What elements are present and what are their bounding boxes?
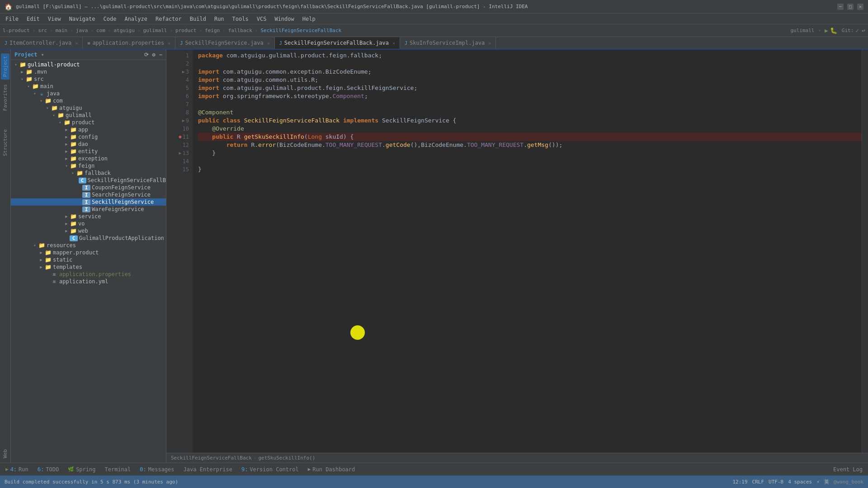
tab-close-icon[interactable]: ✕: [392, 41, 395, 46]
cursor-position[interactable]: 12:19: [732, 479, 747, 485]
bottom-terminal-tab[interactable]: Terminal: [102, 465, 133, 474]
project-dropdown[interactable]: ▾: [41, 52, 44, 58]
git-undo-icon[interactable]: ↩: [862, 27, 865, 34]
tree-entity[interactable]: ▶ 📁 entity: [11, 148, 166, 155]
bc-com[interactable]: com: [96, 28, 105, 33]
fold-marker-13[interactable]: ▶: [179, 149, 182, 157]
menu-navigate[interactable]: Navigate: [66, 15, 99, 23]
bottom-spring-tab[interactable]: 🌿 Spring: [65, 465, 98, 474]
bc-gulimall[interactable]: gulimall: [143, 28, 167, 33]
vtab-structure[interactable]: Structure: [1, 127, 9, 159]
tree-vo[interactable]: ▶ 📁 vo: [11, 220, 166, 227]
tree-static[interactable]: ▶ 📁 static: [11, 256, 166, 263]
bc-product[interactable]: product: [175, 28, 196, 33]
menu-vcs[interactable]: VCS: [253, 15, 270, 23]
code-editor[interactable]: package com.atguigu.gulimall.product.fei…: [193, 50, 862, 453]
bc-fallback[interactable]: fallback: [228, 28, 252, 33]
maximize-button[interactable]: □: [847, 4, 854, 10]
menu-view[interactable]: View: [44, 15, 65, 23]
bottom-rundashboard-tab[interactable]: ▶ Run Dashboard: [305, 465, 358, 474]
tree-mvn[interactable]: ▶ 📁 .mvn: [11, 68, 166, 75]
debug-button[interactable]: 🐛: [830, 27, 837, 34]
menu-analyze[interactable]: Analyze: [121, 15, 151, 23]
tree-seckillfeign-selected[interactable]: I SeckillFeignService: [11, 198, 166, 206]
git-check-icon[interactable]: ✓: [855, 27, 859, 34]
menu-tools[interactable]: Tools: [229, 15, 252, 23]
bc-src[interactable]: src: [38, 28, 47, 33]
menu-run[interactable]: Run: [211, 15, 228, 23]
tab-seckillfeign[interactable]: J SeckillFeignService.java ✕: [175, 37, 274, 49]
tree-src[interactable]: ▾ 📁 src: [11, 75, 166, 83]
tree-web[interactable]: ▶ 📁 web: [11, 227, 166, 235]
tab-seckillfalback[interactable]: J SeckillFeignServiceFallBack.java ✕: [275, 37, 400, 49]
tab-close-icon[interactable]: ✕: [75, 41, 78, 46]
tree-mapper-product[interactable]: ▶ 📁 mapper.product: [11, 249, 166, 256]
charset[interactable]: UTF-8: [769, 479, 783, 485]
tab-skuinfoserviceimpl[interactable]: J SkuInfoServiceImpl.java ✕: [400, 37, 496, 49]
project-settings-icon[interactable]: ⚙: [152, 52, 156, 58]
bottom-javaenterprise-tab[interactable]: Java Enterprise: [181, 465, 235, 474]
tree-seckillfalback[interactable]: C SeckillFeignServiceFallB: [11, 177, 166, 184]
tree-fallback[interactable]: ▾ 📁 fallback: [11, 169, 166, 177]
bc-java[interactable]: java: [76, 28, 88, 33]
breakpoint-marker[interactable]: ●: [179, 133, 182, 141]
run-button[interactable]: ▶: [825, 27, 828, 34]
tree-service[interactable]: ▶ 📁 service: [11, 213, 166, 220]
main-area: Project Favorites Structure Web Project …: [0, 50, 868, 463]
bc-classname[interactable]: SeckillFeignServiceFallBack: [260, 28, 341, 33]
tree-dao[interactable]: ▶ 📁 dao: [11, 141, 166, 148]
bottom-eventlog-tab[interactable]: Event Log: [830, 465, 865, 474]
bc-atguigu[interactable]: atguigu: [113, 28, 134, 33]
bottom-messages-tab[interactable]: 0: Messages: [137, 465, 177, 474]
tree-gulimallapp[interactable]: C GulimallProductApplication: [11, 235, 166, 242]
tab-close-icon[interactable]: ✕: [267, 41, 270, 46]
bottom-todo-tab[interactable]: 6: TODO: [35, 465, 61, 474]
menu-help[interactable]: Help: [299, 15, 319, 23]
vtab-favorites[interactable]: Favorites: [1, 81, 9, 114]
tree-application-props[interactable]: ≡ application.properties: [11, 271, 166, 278]
tree-java[interactable]: ▾ ☕ java: [11, 90, 166, 97]
tree-config[interactable]: ▶ 📁 config: [11, 133, 166, 141]
tree-warefeignservice[interactable]: I WareFeignService: [11, 206, 166, 213]
tree-gulimall[interactable]: ▾ 📁 gulimall: [11, 112, 166, 119]
menu-file[interactable]: File: [2, 15, 22, 23]
tree-searchfeignservice[interactable]: I SearchFeignService: [11, 191, 166, 198]
bottom-run-tab[interactable]: ▶ 4: Run: [3, 465, 31, 474]
vtab-project[interactable]: Project: [1, 53, 9, 80]
menu-refactor[interactable]: Refactor: [152, 15, 185, 23]
line-ending[interactable]: CRLF: [752, 479, 764, 485]
tree-resources[interactable]: ▾ 📁 resources: [11, 242, 166, 249]
bottom-versioncontrol-tab[interactable]: 9: Version Control: [239, 465, 302, 474]
tab-appproperties[interactable]: ≡ application.properties ✕: [83, 37, 175, 49]
fold-marker-9[interactable]: ▶: [182, 117, 185, 125]
folder-icon: 📁: [63, 119, 71, 126]
tree-app[interactable]: ▶ 📁 app: [11, 126, 166, 133]
menu-edit[interactable]: Edit: [23, 15, 43, 23]
tree-application-yml[interactable]: ≡ application.yml: [11, 278, 166, 285]
close-button[interactable]: ✕: [857, 4, 863, 10]
tab-close-icon[interactable]: ✕: [488, 41, 491, 46]
tab-close-icon[interactable]: ✕: [168, 41, 170, 46]
tree-exception[interactable]: ▶ 📁 exception: [11, 155, 166, 162]
tree-main[interactable]: ▾ 📁 main: [11, 83, 166, 90]
menu-code[interactable]: Code: [100, 15, 120, 23]
bc-main[interactable]: main: [56, 28, 68, 33]
menu-window[interactable]: Window: [271, 15, 297, 23]
tree-atguigu[interactable]: ▾ 📁 atguigu: [11, 104, 166, 112]
menu-build[interactable]: Build: [186, 15, 210, 23]
tree-product[interactable]: ▾ 📁 product: [11, 119, 166, 126]
tree-feign[interactable]: ▾ 📁 feign: [11, 162, 166, 169]
bc-feign[interactable]: feign: [205, 28, 220, 33]
project-sync-icon[interactable]: ⟳: [144, 52, 149, 58]
tree-com[interactable]: ▾ 📁 com: [11, 97, 166, 104]
project-collapse-icon[interactable]: −: [159, 52, 162, 58]
minimize-button[interactable]: ─: [837, 4, 844, 10]
tree-templates[interactable]: ▶ 📁 templates: [11, 263, 166, 271]
vtab-web[interactable]: Web: [1, 446, 9, 461]
tree-root-gulimall-product[interactable]: ▾ 📁 gulimall-product: [11, 61, 166, 68]
fold-marker[interactable]: ▶: [182, 68, 185, 76]
tab-itemcontroller[interactable]: J ItemController.java ✕: [0, 37, 83, 49]
tree-couponfeignservice[interactable]: I CouponFeignService: [11, 184, 166, 191]
indent-setting[interactable]: 4 spaces: [788, 479, 812, 485]
bc-l-product[interactable]: l-product: [3, 28, 30, 33]
